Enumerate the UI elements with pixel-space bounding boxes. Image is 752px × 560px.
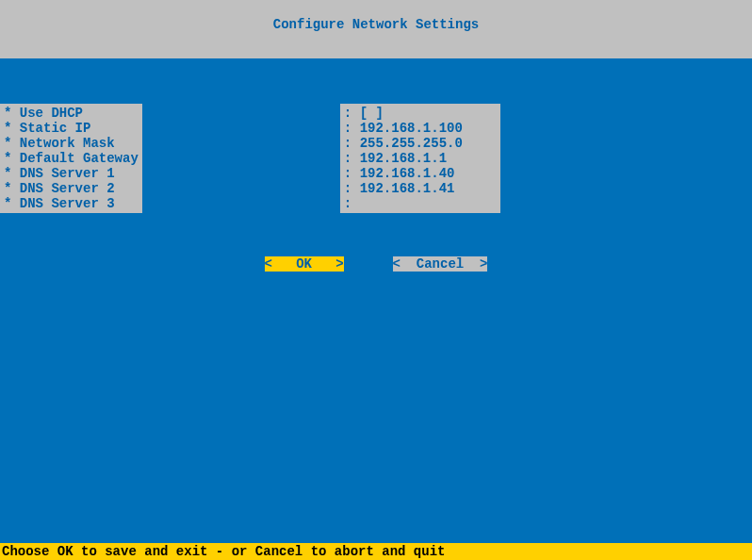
cancel-button[interactable]: < Cancel > xyxy=(393,256,488,272)
value-default-gateway[interactable]: : 192.168.1.1 xyxy=(344,151,497,166)
form-container: * Use DHCP * Static IP * Network Mask * … xyxy=(0,104,500,213)
value-use-dhcp[interactable]: : [ ] xyxy=(344,106,497,121)
labels-column: * Use DHCP * Static IP * Network Mask * … xyxy=(0,104,142,213)
label-dns-server-1: * DNS Server 1 xyxy=(4,166,139,181)
value-network-mask[interactable]: : 255.255.255.0 xyxy=(344,136,497,151)
label-dns-server-2: * DNS Server 2 xyxy=(4,181,139,196)
main-area: * Use DHCP * Static IP * Network Mask * … xyxy=(0,58,752,543)
label-dns-server-3: * DNS Server 3 xyxy=(4,196,139,211)
value-dns-server-3[interactable]: : xyxy=(344,196,497,211)
label-static-ip: * Static IP xyxy=(4,121,139,136)
footer-hint: Choose OK to save and exit - or Cancel t… xyxy=(0,543,752,560)
label-network-mask: * Network Mask xyxy=(4,136,139,151)
label-default-gateway: * Default Gateway xyxy=(4,151,139,166)
values-column: : [ ] : 192.168.1.100 : 255.255.255.0 : … xyxy=(340,104,500,213)
label-use-dhcp: * Use DHCP xyxy=(4,106,139,121)
value-dns-server-1[interactable]: : 192.168.1.40 xyxy=(344,166,497,181)
header-bar: Configure Network Settings xyxy=(0,0,752,58)
ok-button[interactable]: < OK > xyxy=(265,256,344,272)
value-static-ip[interactable]: : 192.168.1.100 xyxy=(344,121,497,136)
value-dns-server-2[interactable]: : 192.168.1.41 xyxy=(344,181,497,196)
button-row: < OK > < Cancel > xyxy=(0,256,752,272)
page-title: Configure Network Settings xyxy=(273,17,479,32)
